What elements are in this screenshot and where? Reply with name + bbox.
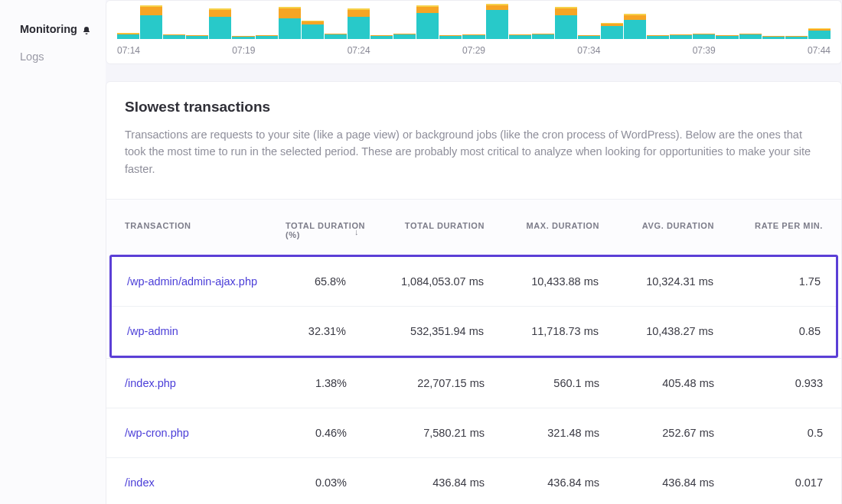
table-body: /wp-admin/admin-ajax.php65.8%1,084,053.0…	[106, 255, 841, 504]
timeseries-chart[interactable]	[114, 1, 834, 39]
cell-total-duration: 1,084,053.07 ms	[369, 275, 484, 288]
chart-bar[interactable]	[256, 35, 278, 39]
cell-total-duration: 7,580.21 ms	[370, 427, 485, 439]
cell-max-duration: 10,433.88 ms	[484, 275, 599, 288]
chart-bar[interactable]	[416, 5, 439, 39]
bell-icon	[82, 25, 90, 33]
col-rate[interactable]: RATE PER MIN.	[714, 221, 823, 239]
cell-total-pct: 32.31%	[288, 325, 369, 337]
chart-bar[interactable]	[279, 7, 301, 39]
cell-rate: 0.85	[713, 325, 821, 337]
table-header: TRANSACTION TOTAL DURATION (%) ↓ TOTAL D…	[106, 199, 841, 255]
cell-max-duration: 436.84 ms	[485, 476, 599, 489]
panel-title: Slowest transactions	[125, 99, 823, 115]
sidebar-item-monitoring[interactable]: Monitoring	[0, 15, 106, 43]
panel-header: Slowest transactions Transactions are re…	[106, 82, 841, 182]
cell-avg-duration: 10,438.27 ms	[599, 325, 713, 337]
panel-description: Transactions are requests to your site (…	[125, 126, 823, 177]
table-row[interactable]: /index.php1.38%22,707.15 ms560.1 ms405.4…	[106, 358, 841, 408]
chart-bar[interactable]	[785, 36, 808, 39]
cell-total-duration: 436.84 ms	[370, 476, 485, 489]
cell-total-pct: 0.03%	[286, 476, 370, 489]
cell-transaction[interactable]: /index.php	[125, 377, 286, 389]
chart-bar[interactable]	[762, 36, 785, 39]
cell-total-duration: 22,707.15 ms	[370, 377, 485, 389]
table-row[interactable]: /wp-cron.php0.46%7,580.21 ms321.48 ms252…	[106, 408, 841, 457]
chart-bar[interactable]	[348, 8, 370, 39]
chart-bar[interactable]	[739, 34, 762, 39]
cell-transaction[interactable]: /wp-admin/admin-ajax.php	[127, 275, 288, 288]
col-total-duration[interactable]: TOTAL DURATION	[370, 221, 485, 239]
chart-bar[interactable]	[555, 7, 577, 39]
chart-bar[interactable]	[325, 34, 347, 39]
cell-avg-duration: 436.84 ms	[599, 476, 714, 489]
cell-total-pct: 65.8%	[288, 275, 369, 288]
timeseries-chart-card: 07:1407:1907:2407:2907:3407:3907:44	[106, 0, 842, 64]
chart-bar[interactable]	[693, 34, 715, 39]
chart-bar[interactable]	[302, 21, 324, 39]
chart-bar[interactable]	[532, 34, 554, 39]
chart-bar[interactable]	[509, 34, 531, 39]
x-tick: 07:29	[462, 45, 485, 56]
chart-bar[interactable]	[209, 8, 231, 39]
chart-bar[interactable]	[393, 34, 416, 39]
col-avg-duration[interactable]: AVG. DURATION	[599, 221, 714, 239]
chart-bar[interactable]	[486, 4, 508, 39]
x-tick: 07:39	[693, 45, 716, 56]
cell-max-duration: 321.48 ms	[485, 427, 599, 439]
cell-total-pct: 0.46%	[286, 427, 370, 439]
cell-transaction[interactable]: /wp-admin	[127, 325, 288, 337]
cell-max-duration: 560.1 ms	[485, 377, 599, 389]
chart-bar[interactable]	[578, 35, 600, 39]
chart-bar[interactable]	[163, 34, 185, 39]
main-content: 07:1407:1907:2407:2907:3407:3907:44 Slow…	[106, 0, 842, 504]
table-row[interactable]: /wp-admin32.31%532,351.94 ms11,718.73 ms…	[112, 306, 836, 356]
table-row[interactable]: /wp-admin/admin-ajax.php65.8%1,084,053.0…	[112, 257, 836, 306]
col-total-pct[interactable]: TOTAL DURATION (%) ↓	[286, 221, 370, 239]
x-tick: 07:19	[232, 45, 255, 56]
col-transaction[interactable]: TRANSACTION	[125, 221, 286, 239]
chart-bar[interactable]	[232, 36, 254, 39]
x-tick: 07:14	[117, 45, 140, 56]
slowest-transactions-panel: Slowest transactions Transactions are re…	[106, 81, 842, 504]
chart-x-axis: 07:1407:1907:2407:2907:3407:3907:44	[114, 39, 834, 56]
col-total-pct-label: TOTAL DURATION (%)	[286, 221, 365, 239]
cell-avg-duration: 10,324.31 ms	[599, 275, 713, 288]
cell-avg-duration: 405.48 ms	[599, 377, 714, 389]
x-tick: 07:34	[577, 45, 600, 56]
chart-bar[interactable]	[670, 34, 692, 39]
cell-total-duration: 532,351.94 ms	[369, 325, 484, 337]
x-tick: 07:44	[808, 45, 831, 56]
chart-bar[interactable]	[117, 33, 139, 39]
table-row[interactable]: /index0.03%436.84 ms436.84 ms436.84 ms0.…	[106, 457, 841, 504]
chart-bar[interactable]	[647, 35, 669, 39]
sidebar-item-label: Monitoring	[20, 23, 77, 35]
cell-rate: 0.5	[714, 427, 823, 439]
highlighted-rows: /wp-admin/admin-ajax.php65.8%1,084,053.0…	[109, 255, 838, 358]
cell-rate: 0.017	[714, 476, 823, 489]
chart-bar[interactable]	[462, 34, 485, 39]
chart-bar[interactable]	[624, 14, 646, 39]
cell-max-duration: 11,718.73 ms	[484, 325, 599, 337]
cell-rate: 0.933	[714, 377, 823, 389]
col-max-duration[interactable]: MAX. DURATION	[485, 221, 599, 239]
chart-bar[interactable]	[140, 5, 162, 39]
x-tick: 07:24	[348, 45, 370, 56]
sidebar-item-label: Logs	[20, 50, 44, 63]
cell-transaction[interactable]: /wp-cron.php	[125, 427, 286, 439]
chart-bar[interactable]	[186, 35, 208, 39]
chart-bar[interactable]	[601, 23, 623, 39]
sidebar: Monitoring Logs	[0, 0, 106, 504]
cell-avg-duration: 252.67 ms	[599, 427, 714, 439]
cell-transaction[interactable]: /index	[125, 476, 286, 489]
chart-bar[interactable]	[439, 35, 462, 39]
sort-desc-icon: ↓	[354, 227, 359, 236]
chart-bar[interactable]	[808, 28, 831, 39]
chart-bar[interactable]	[716, 35, 738, 39]
cell-total-pct: 1.38%	[286, 377, 370, 389]
chart-bar[interactable]	[370, 35, 393, 39]
sidebar-item-logs[interactable]: Logs	[0, 43, 106, 70]
cell-rate: 1.75	[713, 275, 821, 288]
